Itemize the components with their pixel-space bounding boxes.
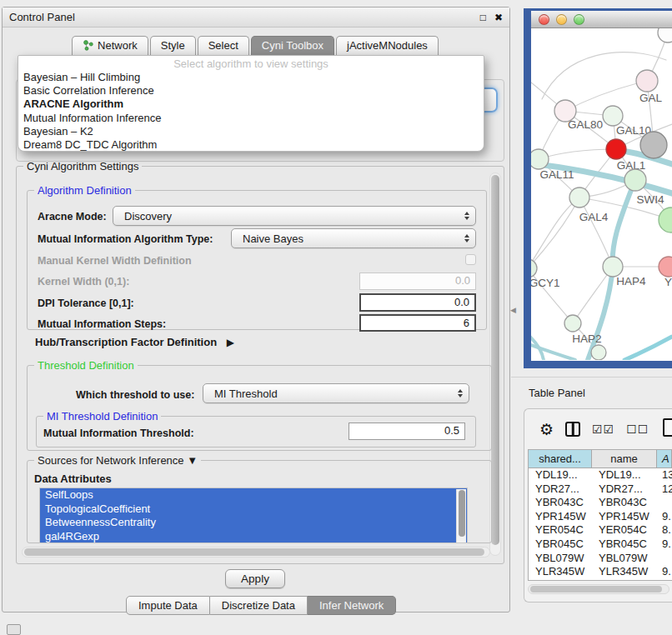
aracne-mode-combo[interactable]: Discovery: [113, 206, 476, 226]
dpi-tolerance-field[interactable]: 0.0: [359, 293, 476, 312]
tab-select[interactable]: Select: [198, 36, 249, 57]
network-node[interactable]: [659, 257, 672, 277]
network-node[interactable]: [531, 149, 549, 169]
network-node[interactable]: [591, 345, 606, 360]
table-cell[interactable]: YDL19...: [529, 468, 592, 482]
mi-type-combo[interactable]: Naive Bayes: [231, 228, 476, 248]
network-node[interactable]: [603, 106, 623, 126]
collapsed-panel-button[interactable]: [7, 624, 21, 635]
column-header-partial[interactable]: A: [657, 450, 672, 468]
split-columns-icon[interactable]: [565, 422, 580, 437]
table-row[interactable]: YER054CYER054C8.: [529, 523, 672, 538]
column-header-shared-name[interactable]: shared...: [529, 450, 592, 468]
dropdown-item[interactable]: Bayesian – K2: [18, 125, 484, 138]
network-node[interactable]: [624, 169, 646, 191]
table-cell[interactable]: YBR043C: [529, 496, 592, 510]
network-canvas[interactable]: GALGAL80GAL10GAL1GAL11SWI4GAL4GCY1HAP4YH…: [531, 28, 672, 360]
select-all-checks-icon[interactable]: ☑☑: [592, 422, 614, 436]
node-table[interactable]: shared... name A YDL19...YDL19...13YDR27…: [528, 449, 672, 581]
table-cell[interactable]: YER054C: [529, 523, 592, 538]
data-attributes-list[interactable]: SelfLoops TopologicalCoefficient Between…: [39, 488, 468, 543]
collapse-down-icon[interactable]: ▼: [187, 454, 198, 467]
tab-jactivemnodules[interactable]: jActiveMNodules: [336, 36, 439, 57]
network-node[interactable]: [531, 259, 537, 278]
table-cell[interactable]: 8.: [657, 523, 672, 538]
table-cell[interactable]: 9.: [657, 510, 672, 524]
tab-cyni-toolbox[interactable]: Cyni Toolbox: [251, 36, 334, 57]
network-node[interactable]: [603, 257, 623, 277]
apply-button[interactable]: Apply: [225, 569, 285, 588]
dropdown-item[interactable]: Basic Correlation Inference: [18, 84, 484, 98]
table-cell[interactable]: [657, 552, 672, 566]
attribute-item-selected[interactable]: gal4RGexp: [40, 530, 467, 543]
table-cell[interactable]: YLR345W: [529, 565, 592, 579]
table-cell[interactable]: YPR145W: [592, 510, 657, 524]
table-row[interactable]: YDR27...YDR27...12: [529, 482, 672, 497]
zoom-window-icon[interactable]: [574, 14, 584, 25]
table-cell[interactable]: 9.: [657, 579, 672, 581]
tab-style[interactable]: Style: [150, 36, 196, 57]
dropdown-item[interactable]: Mutual Information Inference: [18, 112, 484, 125]
dropdown-item-selected[interactable]: ARACNE Algorithm: [18, 98, 484, 111]
table-cell[interactable]: 12: [657, 482, 672, 497]
float-panel-icon[interactable]: □: [480, 12, 486, 23]
which-threshold-combo[interactable]: MI Threshold: [203, 383, 469, 403]
manual-kernel-checkbox[interactable]: [465, 254, 476, 265]
tab-network[interactable]: Network: [72, 36, 148, 57]
hub-definition-expander[interactable]: Hub/Transcription Factor Definition ▶: [35, 336, 234, 348]
attribute-list-scrollbar[interactable]: [456, 489, 466, 543]
table-horizontal-scrollbar[interactable]: [528, 584, 669, 594]
deselect-checks-icon[interactable]: ☐☐: [626, 422, 649, 436]
scrollbar-thumb[interactable]: [530, 586, 662, 592]
table-cell[interactable]: YIL053C: [529, 579, 592, 581]
attribute-item-selected[interactable]: TopologicalCoefficient: [40, 502, 467, 517]
scrollbar-thumb[interactable]: [459, 490, 465, 537]
table-cell[interactable]: YDR27...: [592, 482, 657, 497]
table-cell[interactable]: YLR345W: [592, 565, 657, 579]
network-node[interactable]: [659, 208, 672, 232]
gear-icon[interactable]: ⚙: [539, 422, 554, 438]
tab-impute-data[interactable]: Impute Data: [126, 596, 210, 615]
function-doc-icon[interactable]: [663, 418, 672, 437]
table-cell[interactable]: 13: [657, 468, 672, 482]
network-window-titlebar[interactable]: [531, 11, 672, 28]
table-cell[interactable]: YER054C: [592, 523, 657, 538]
network-node[interactable]: [569, 188, 589, 208]
table-cell[interactable]: YPR145W: [529, 510, 592, 524]
table-cell[interactable]: YBL079W: [592, 552, 657, 566]
table-cell[interactable]: [657, 496, 672, 510]
attribute-item-selected[interactable]: BetweennessCentrality: [40, 516, 467, 530]
close-window-icon[interactable]: [539, 14, 549, 25]
table-row[interactable]: YIL053CYIL053C9.: [529, 579, 672, 581]
split-divider-arrow[interactable]: ◀: [510, 306, 516, 314]
column-header-name[interactable]: name: [592, 450, 657, 468]
network-node[interactable]: [658, 28, 672, 42]
table-cell[interactable]: YIL053C: [592, 579, 657, 581]
network-node[interactable]: [564, 315, 581, 332]
scrollbar-thumb[interactable]: [491, 175, 499, 545]
table-row[interactable]: YPR145WYPR145W9.: [529, 510, 672, 524]
table-cell[interactable]: YBL079W: [529, 552, 592, 566]
table-cell[interactable]: YBR045C: [529, 538, 592, 552]
table-cell[interactable]: 9.: [657, 565, 672, 579]
table-row[interactable]: YBR045CYBR045C9.: [529, 538, 672, 552]
table-row[interactable]: YBR043CYBR043C: [529, 496, 672, 510]
table-cell[interactable]: YDR27...: [529, 482, 592, 497]
attribute-item-selected[interactable]: SelfLoops: [40, 488, 467, 502]
table-cell[interactable]: YDL19...: [592, 468, 657, 482]
table-cell[interactable]: 9.: [657, 538, 672, 552]
dropdown-item[interactable]: Dream8 DC_TDC Algorithm: [18, 138, 484, 152]
tab-discretize-data[interactable]: Discretize Data: [210, 596, 308, 615]
dropdown-item[interactable]: Bayesian – Hill Climbing: [18, 71, 484, 84]
tab-infer-network[interactable]: Infer Network: [308, 596, 396, 615]
table-row[interactable]: YBL079WYBL079W: [529, 552, 672, 566]
settings-horizontal-scrollbar[interactable]: [22, 547, 490, 558]
minimize-window-icon[interactable]: [556, 14, 567, 25]
table-row[interactable]: YDL19...YDL19...13: [529, 468, 672, 482]
network-node[interactable]: [636, 70, 658, 92]
table-cell[interactable]: YBR045C: [592, 538, 657, 552]
scrollbar-thumb[interactable]: [24, 548, 484, 556]
table-cell[interactable]: YBR043C: [592, 496, 657, 510]
close-panel-icon[interactable]: ✖: [494, 12, 503, 23]
mi-steps-field[interactable]: 6: [359, 314, 476, 332]
